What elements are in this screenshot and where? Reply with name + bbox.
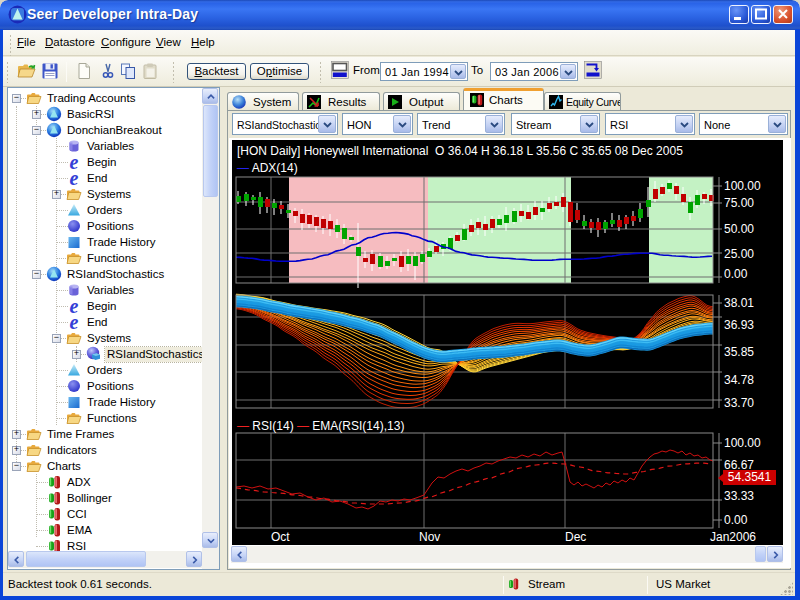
svg-text:e: e	[70, 170, 79, 186]
svg-text:e: e	[70, 154, 79, 170]
svg-text:e: e	[70, 314, 79, 330]
svg-text:e: e	[70, 298, 79, 314]
